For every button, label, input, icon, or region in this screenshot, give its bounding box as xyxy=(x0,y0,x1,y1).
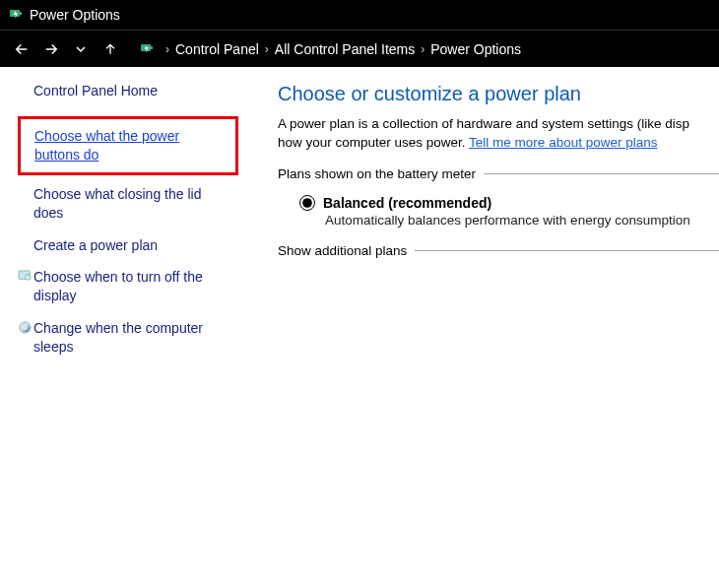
svg-rect-1 xyxy=(20,12,22,15)
back-button[interactable] xyxy=(8,35,35,63)
plan-balanced-row: Balanced (recommended) xyxy=(278,191,719,213)
nav-toolbar: › Control Panel › All Control Panel Item… xyxy=(0,30,719,67)
breadcrumb-icon[interactable] xyxy=(138,40,156,58)
additional-plans-toggle[interactable]: Show additional plans xyxy=(278,243,415,258)
recent-locations-dropdown[interactable] xyxy=(67,35,95,63)
page-heading: Choose or customize a power plan xyxy=(278,83,719,105)
window-title: Power Options xyxy=(30,7,120,23)
content-area: Control Panel Home Choose what the power… xyxy=(0,67,719,364)
learn-more-link[interactable]: Tell me more about power plans xyxy=(469,135,657,150)
svg-rect-3 xyxy=(151,46,153,49)
plan-balanced-label[interactable]: Balanced (recommended) xyxy=(323,195,491,211)
chevron-right-icon[interactable]: › xyxy=(165,42,169,56)
breadcrumb-control-panel[interactable]: Control Panel xyxy=(175,41,259,57)
plan-balanced-radio[interactable] xyxy=(299,195,315,211)
additional-plans-fieldset: Show additional plans xyxy=(278,243,719,268)
sidebar-link-turn-off-display[interactable]: Choose when to turn off the display xyxy=(33,262,238,311)
sidebar-link-create-plan[interactable]: Create a power plan xyxy=(18,230,238,261)
sleep-icon xyxy=(18,320,33,335)
page-description: A power plan is a collection of hardware… xyxy=(278,115,719,153)
plans-legend: Plans shown on the battery meter xyxy=(278,166,484,181)
up-button[interactable] xyxy=(97,35,124,63)
highlight-annotation: Choose what the power buttons do xyxy=(18,116,238,175)
sidebar-link-computer-sleeps[interactable]: Change when the computer sleeps xyxy=(33,313,238,362)
sidebar-link-power-buttons[interactable]: Choose what the power buttons do xyxy=(25,121,231,170)
titlebar: Power Options xyxy=(0,0,719,30)
main-panel: Choose or customize a power plan A power… xyxy=(250,83,719,364)
chevron-right-icon[interactable]: › xyxy=(421,42,425,56)
sidebar: Control Panel Home Choose what the power… xyxy=(0,83,250,364)
plan-balanced-description: Automatically balances performance with … xyxy=(278,213,719,228)
sidebar-heading[interactable]: Control Panel Home xyxy=(18,83,238,98)
power-options-icon xyxy=(8,7,24,23)
chevron-right-icon[interactable]: › xyxy=(265,42,269,56)
breadcrumb: › Control Panel › All Control Panel Item… xyxy=(138,40,521,58)
forward-button[interactable] xyxy=(37,35,65,63)
sidebar-link-closing-lid[interactable]: Choose what closing the lid does xyxy=(18,179,238,229)
plans-fieldset: Plans shown on the battery meter Balance… xyxy=(278,166,719,228)
breadcrumb-power-options[interactable]: Power Options xyxy=(430,41,521,57)
display-off-icon xyxy=(18,269,33,284)
breadcrumb-all-items[interactable]: All Control Panel Items xyxy=(275,41,415,57)
